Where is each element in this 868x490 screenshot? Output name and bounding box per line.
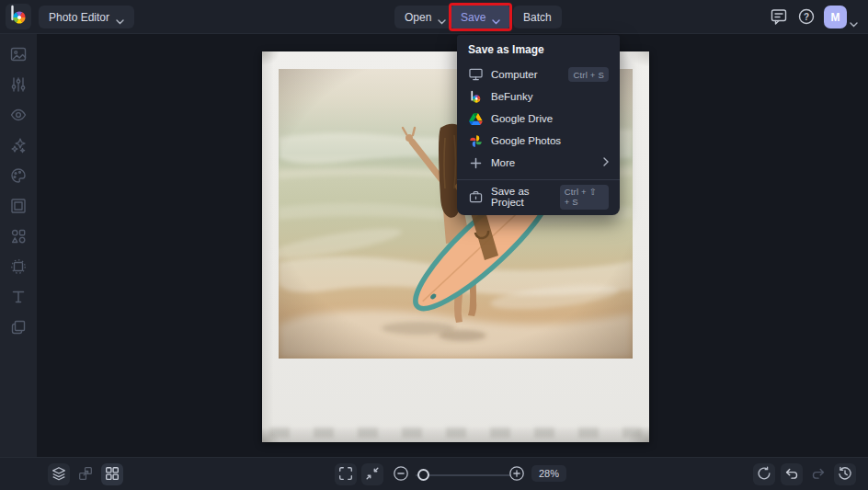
- history-icon: [837, 465, 853, 484]
- plus-icon: [468, 155, 483, 170]
- batch-button-label: Batch: [523, 11, 552, 24]
- feedback-button[interactable]: [767, 6, 791, 29]
- zoom-percent-badge: 28%: [531, 465, 566, 482]
- redo-icon: [810, 465, 827, 484]
- befunky-logo[interactable]: [6, 4, 31, 29]
- google-drive-icon: [468, 111, 483, 126]
- image-edit-icon: [9, 45, 28, 66]
- sidebar-item-edit[interactable]: [9, 46, 28, 64]
- help-icon: ?: [797, 7, 816, 28]
- menu-item-label: Google Photos: [491, 135, 561, 146]
- avatar-initial: M: [831, 11, 840, 24]
- menu-item-google-photos[interactable]: Google Photos: [457, 130, 620, 152]
- fit-to-screen-icon: [364, 465, 381, 484]
- zoom-out-button[interactable]: [392, 465, 410, 484]
- textures-icon: [9, 318, 28, 339]
- undo-button[interactable]: [781, 463, 803, 485]
- text-icon: [9, 288, 28, 309]
- google-photos-icon: [468, 133, 483, 148]
- fullscreen-icon: [337, 465, 354, 484]
- bottom-bar: 28%: [0, 457, 868, 490]
- svg-text:?: ?: [804, 11, 809, 21]
- layers-icon: [51, 465, 67, 484]
- zoom-slider-knob[interactable]: [417, 469, 429, 481]
- mode-selector-button[interactable]: Photo Editor: [39, 6, 134, 28]
- menu-divider: [457, 179, 620, 180]
- zoom-slider[interactable]: [416, 474, 511, 476]
- fit-to-screen-button[interactable]: [361, 463, 383, 485]
- layers-button[interactable]: [48, 463, 70, 485]
- shortcut-badge: Ctrl + S: [568, 67, 609, 82]
- project-icon: [468, 189, 483, 204]
- history-button[interactable]: [834, 463, 856, 485]
- reset-button[interactable]: [753, 463, 775, 485]
- editor-canvas[interactable]: [37, 34, 868, 457]
- sidebar-item-textures[interactable]: [9, 319, 28, 337]
- redo-button[interactable]: [807, 463, 829, 485]
- save-button[interactable]: Save: [451, 6, 509, 28]
- sidebar-item-adjust[interactable]: [9, 76, 28, 95]
- help-button[interactable]: ?: [794, 6, 818, 29]
- save-dropdown-menu: Save as Image Computer Ctrl + S: [457, 35, 620, 215]
- undo-icon: [783, 465, 800, 484]
- save-button-label: Save: [461, 11, 485, 24]
- zoom-out-icon: [393, 465, 409, 484]
- open-button-label: Open: [405, 11, 431, 24]
- menu-item-computer[interactable]: Computer Ctrl + S: [457, 63, 620, 85]
- chevron-down-icon: [116, 15, 124, 20]
- grid-icon: [104, 465, 120, 484]
- zoom-in-button[interactable]: [508, 465, 526, 484]
- menu-item-label: Save as Project: [491, 186, 552, 208]
- mode-selector-label: Photo Editor: [49, 11, 109, 24]
- batch-button[interactable]: Batch: [513, 6, 562, 28]
- shortcut-badge: Ctrl + ⇧ + S: [560, 185, 609, 210]
- sidebar-item-text[interactable]: [9, 289, 28, 307]
- menu-item-label: Computer: [491, 69, 538, 80]
- menu-item-label: Google Drive: [491, 113, 553, 124]
- befunky-icon: [468, 89, 483, 104]
- open-button[interactable]: Open: [394, 6, 456, 28]
- befunky-photo-editor: Photo Editor Open Save Batch: [0, 0, 868, 490]
- chevron-down-icon: [492, 15, 500, 20]
- graphics-shapes-icon: [9, 227, 28, 248]
- menu-item-save-as-project[interactable]: Save as Project Ctrl + ⇧ + S: [457, 186, 620, 208]
- chevron-down-icon: [438, 15, 446, 20]
- menu-item-more[interactable]: More: [457, 152, 620, 174]
- sidebar-item-graphics[interactable]: [9, 228, 28, 246]
- save-highlight-annotation: Save: [449, 3, 512, 31]
- menu-item-label: More: [491, 157, 515, 168]
- befunky-logo-icon: [9, 5, 28, 28]
- account-avatar[interactable]: M: [824, 6, 847, 28]
- sidebar-item-effects[interactable]: [9, 137, 28, 155]
- sidebar-item-artsy[interactable]: [9, 167, 28, 186]
- resize-icon: [77, 465, 94, 484]
- adjustments-icon: [9, 75, 28, 97]
- fullscreen-button[interactable]: [335, 463, 357, 485]
- effects-sparkle-icon: [9, 136, 28, 157]
- sidebar-item-frames[interactable]: [9, 198, 28, 216]
- chevron-right-icon: [603, 157, 609, 168]
- sidebar-item-touchup[interactable]: [9, 107, 28, 125]
- grid-view-button[interactable]: [101, 463, 123, 485]
- sidebar-item-overlays[interactable]: [9, 258, 28, 277]
- artsy-palette-icon: [9, 166, 28, 188]
- tools-sidebar: [0, 34, 37, 457]
- zoom-in-icon: [508, 465, 525, 484]
- refresh-icon: [756, 465, 772, 484]
- resize-button[interactable]: [74, 463, 97, 485]
- overlay-icon: [9, 257, 28, 279]
- frame-icon: [9, 197, 28, 218]
- save-menu-header: Save as Image: [457, 43, 620, 63]
- eye-icon: [9, 106, 28, 127]
- computer-icon: [468, 67, 483, 82]
- top-bar: Photo Editor Open Save Batch: [0, 0, 868, 34]
- account-chevron-down-icon[interactable]: [850, 15, 858, 31]
- menu-item-befunky[interactable]: BeFunky: [457, 85, 620, 108]
- menu-item-google-drive[interactable]: Google Drive: [457, 108, 620, 130]
- menu-item-label: BeFunky: [491, 91, 532, 102]
- feedback-icon: [770, 7, 788, 28]
